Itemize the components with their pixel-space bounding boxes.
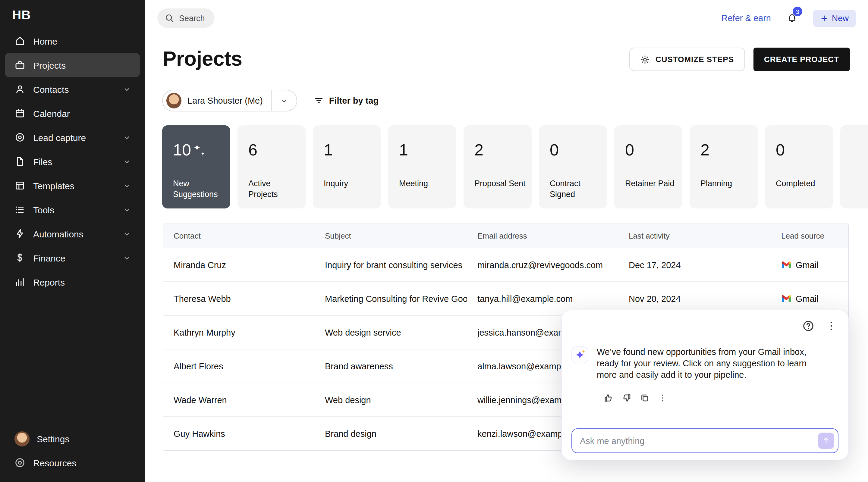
app-root: HB HomeProjectsContactsCalendarLead capt… <box>0 0 868 482</box>
sidebar-item-label: Tools <box>33 204 54 215</box>
new-button[interactable]: New <box>813 9 856 27</box>
thumbs-down-icon[interactable] <box>621 393 632 403</box>
notification-badge: 3 <box>793 7 802 16</box>
sidebar-nav: HomeProjectsContactsCalendarLead capture… <box>0 29 145 294</box>
stage-label: Retainer Paid <box>625 178 678 189</box>
stage-card-contract-signed[interactable]: 0Contract Signed <box>539 125 607 208</box>
column-header-lead-source: Lead source <box>771 231 848 240</box>
stage-count: 2 <box>474 141 484 160</box>
stage-card-partial[interactable] <box>840 125 868 208</box>
app-logo: HB <box>12 8 31 22</box>
sidebar-item-label: Templates <box>33 181 74 191</box>
stage-card-completed[interactable]: 0Completed <box>765 125 833 208</box>
chevron-down-icon <box>122 181 131 190</box>
lead-source: Gmail <box>781 260 848 270</box>
customize-steps-button[interactable]: CUSTOMIZE STEPS <box>629 47 745 71</box>
help-icon[interactable] <box>802 320 814 332</box>
stage-card-new-suggestions[interactable]: 10✦✦New Suggestions <box>162 125 230 208</box>
sidebar-item-label: Calendar <box>33 108 70 118</box>
sidebar: HB HomeProjectsContactsCalendarLead capt… <box>0 0 145 482</box>
owner-filter-label: Lara Shouster (Me) <box>187 96 263 105</box>
search-icon <box>164 13 174 23</box>
cell-subject: Brand design <box>315 429 467 438</box>
page-title: Projects <box>163 47 242 70</box>
chevron-down-icon <box>122 85 131 94</box>
gmail-icon <box>781 260 792 270</box>
sidebar-item-tools[interactable]: Tools <box>5 198 140 222</box>
chat-message-block: We’ve found new opportunities from your … <box>571 347 834 381</box>
sidebar-item-reports[interactable]: Reports <box>5 270 140 294</box>
chat-panel-controls <box>802 320 837 332</box>
column-header-email-address: Email address <box>467 231 618 240</box>
cell-contact: Wade Warren <box>163 395 315 405</box>
sparkles-icon: ✦ <box>201 152 205 157</box>
filter-by-tag-button[interactable]: Filter by tag <box>314 96 378 105</box>
stage-card-planning[interactable]: 2Planning <box>689 125 758 208</box>
sidebar-item-label: Lead capture <box>33 132 86 142</box>
sidebar-item-templates[interactable]: Templates <box>5 173 140 198</box>
chevron-down-icon <box>122 253 131 262</box>
sidebar-item-settings[interactable]: Settings <box>5 426 140 451</box>
more-actions-icon[interactable] <box>658 393 668 403</box>
thumbs-up-icon[interactable] <box>603 393 614 403</box>
sidebar-item-projects[interactable]: Projects <box>5 53 140 77</box>
cell-contact: Albert Flores <box>163 361 315 371</box>
create-project-button[interactable]: CREATE PROJECT <box>753 47 850 71</box>
table-row[interactable]: Miranda CruzInquiry for brant consulting… <box>163 248 848 281</box>
automations-icon <box>14 228 25 239</box>
stage-card-inquiry[interactable]: 1Inquiry <box>313 125 381 208</box>
sidebar-item-automations[interactable]: Automations <box>5 222 140 246</box>
chat-input[interactable] <box>571 428 838 453</box>
sidebar-item-lead-capture[interactable]: Lead capture <box>5 125 140 150</box>
tools-icon <box>14 204 25 215</box>
filter-by-tag-label: Filter by tag <box>329 96 378 105</box>
sparkles-icon: ✦ <box>193 143 200 152</box>
stage-label: Contract Signed <box>550 178 602 200</box>
sidebar-item-calendar[interactable]: Calendar <box>5 101 140 125</box>
cell-subject: Web design service <box>315 327 467 337</box>
cell-lead-source: Gmail <box>771 293 848 304</box>
stage-card-retainer-paid[interactable]: 0Retainer Paid <box>614 125 682 208</box>
cell-contact: Guy Hawkins <box>163 429 315 438</box>
plus-icon <box>820 14 828 22</box>
sidebar-item-files[interactable]: Files <box>5 150 140 173</box>
sidebar-item-finance[interactable]: Finance <box>5 246 140 270</box>
cell-subject: Brand awareness <box>315 361 467 371</box>
stage-count: 0 <box>625 141 634 160</box>
copy-icon[interactable] <box>640 393 650 403</box>
stage-card-meeting[interactable]: 1Meeting <box>388 125 456 208</box>
chevron-down-icon <box>272 96 297 105</box>
refer-earn-link[interactable]: Refer & earn <box>721 13 771 23</box>
sidebar-item-home[interactable]: Home <box>5 29 140 53</box>
stage-label: Proposal Sent <box>474 178 527 189</box>
more-options-icon[interactable] <box>825 320 837 332</box>
stage-label: New Suggestions <box>173 178 225 200</box>
stage-count: 0 <box>776 141 785 160</box>
reports-icon <box>14 277 25 287</box>
sidebar-item-resources[interactable]: Resources <box>5 451 140 475</box>
projects-icon <box>14 60 25 70</box>
owner-filter-dropdown[interactable]: Lara Shouster (Me) <box>162 90 297 111</box>
stage-card-proposal-sent[interactable]: 2Proposal Sent <box>464 125 532 208</box>
search-input[interactable]: Search <box>157 8 215 28</box>
lead-icon <box>14 132 25 143</box>
cell-contact: Theresa Webb <box>163 294 315 303</box>
stage-row: 10✦✦New Suggestions6Active Projects1Inqu… <box>162 125 868 210</box>
stage-count: 1 <box>324 141 333 160</box>
table-header: ContactSubjectEmail addressLast activity… <box>163 224 848 248</box>
stage-count: 6 <box>248 141 257 160</box>
sidebar-item-label: Home <box>33 36 57 46</box>
column-header-last-activity: Last activity <box>618 231 771 240</box>
stage-count: 1 <box>399 141 408 160</box>
chevron-down-icon <box>122 133 131 142</box>
column-header-subject: Subject <box>315 231 467 240</box>
user-avatar <box>14 431 30 446</box>
stage-label: Completed <box>776 178 828 189</box>
notifications-button[interactable]: 3 <box>785 11 799 25</box>
send-button[interactable] <box>818 432 834 449</box>
sidebar-item-label: Reports <box>33 277 65 287</box>
ai-assistant-panel: We’ve found new opportunities from your … <box>561 310 849 460</box>
stage-card-active-projects[interactable]: 6Active Projects <box>238 125 306 208</box>
files-icon <box>14 156 25 167</box>
sidebar-item-contacts[interactable]: Contacts <box>5 77 140 101</box>
